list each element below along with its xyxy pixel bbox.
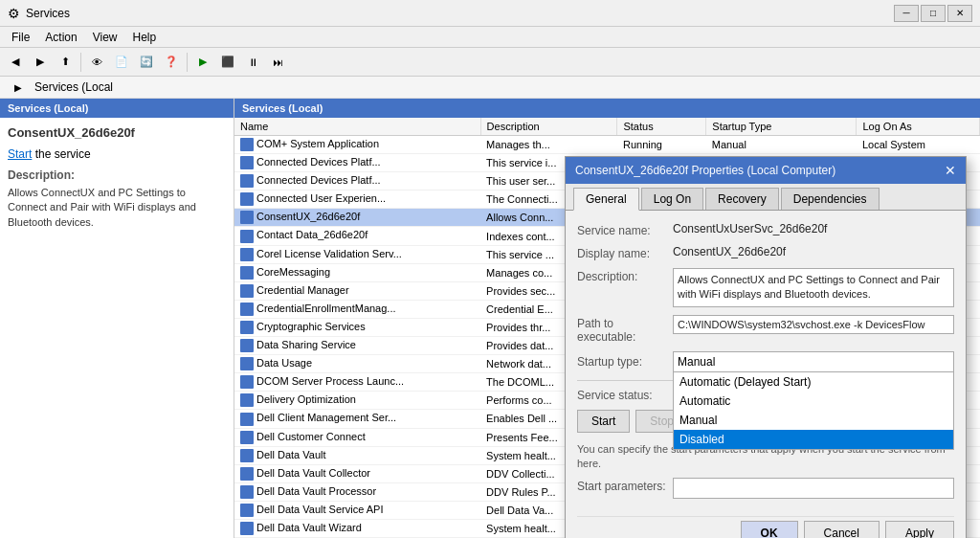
service-icon: [240, 431, 254, 444]
menu-file[interactable]: File: [4, 29, 37, 46]
service-icon: [240, 174, 254, 188]
services-panel-header: Services (Local): [234, 99, 980, 118]
col-header-startup[interactable]: Startup Type: [706, 118, 857, 136]
service-icon: [240, 485, 254, 499]
option-manual[interactable]: Manual: [674, 411, 953, 430]
display-name-row: Display name: ConsentUX_26d6e20f: [577, 245, 954, 260]
col-header-status[interactable]: Status: [617, 118, 706, 136]
start-btn[interactable]: Start: [577, 410, 630, 433]
menu-help[interactable]: Help: [125, 29, 165, 46]
display-name-label: Display name:: [577, 245, 673, 260]
col-header-logon[interactable]: Log On As: [857, 118, 980, 136]
stop-service-button[interactable]: ⬛: [216, 52, 239, 73]
startup-type-label: Startup type:: [577, 355, 673, 369]
desc-field-value: Allows ConnectUX and PC Settings to Conn…: [673, 268, 954, 307]
dialog-body: Service name: ConsentUxUserSvc_26d6e20f …: [566, 211, 966, 538]
apply-button[interactable]: Apply: [885, 521, 954, 538]
dialog-title-bar: ConsentUX_26d6e20f Properties (Local Com…: [566, 157, 966, 184]
maximize-button[interactable]: □: [921, 5, 946, 22]
description-label: Description:: [8, 168, 226, 182]
startup-type-select[interactable]: Manual: [673, 351, 954, 372]
left-panel-content: ConsentUX_26d6e20f Start the service Des…: [0, 118, 234, 538]
window-controls: ─ □ ✕: [894, 5, 972, 22]
refresh-button[interactable]: 🔄: [135, 52, 158, 73]
start-params-label: Start parameters:: [577, 478, 673, 493]
window-title: Services: [26, 7, 70, 20]
menu-bar: File Action View Help: [0, 27, 980, 48]
service-icon: [240, 284, 254, 298]
service-name-value: ConsentUxUserSvc_26d6e20f: [673, 222, 954, 235]
option-automatic[interactable]: Automatic: [674, 392, 953, 411]
breadcrumb-node: Services (Local: [29, 78, 119, 96]
dialog-close-button[interactable]: ✕: [945, 163, 956, 178]
pause-service-button[interactable]: ⏸: [241, 52, 264, 73]
path-value: C:\WINDOWS\system32\svchost.exe -k Devic…: [673, 315, 954, 334]
option-auto-delayed[interactable]: Automatic (Delayed Start): [674, 372, 953, 392]
service-icon: [240, 156, 254, 169]
startup-row: Startup type: Manual Automatic (Delayed …: [577, 351, 954, 372]
dialog-title-text: ConsentUX_26d6e20f Properties (Local Com…: [575, 164, 835, 177]
tab-logon[interactable]: Log On: [641, 188, 703, 210]
start-service-link[interactable]: Start: [8, 147, 32, 161]
main-area: Services (Local) ConsentUX_26d6e20f Star…: [0, 99, 980, 538]
path-label: Path to executable:: [577, 315, 673, 344]
service-icon: [240, 357, 254, 370]
service-icon: [240, 393, 254, 407]
col-header-desc[interactable]: Description: [480, 118, 617, 136]
tab-general[interactable]: General: [573, 188, 639, 211]
start-service-button[interactable]: ▶: [191, 52, 214, 73]
col-header-name[interactable]: Name: [234, 118, 480, 136]
tab-dependencies[interactable]: Dependencies: [781, 188, 880, 210]
properties-button[interactable]: 📄: [110, 52, 133, 73]
option-disabled[interactable]: Disabled: [674, 430, 953, 449]
service-icon: [240, 449, 254, 462]
tab-recovery[interactable]: Recovery: [705, 188, 779, 210]
forward-button[interactable]: ▶: [29, 52, 52, 73]
start-service-link-row: Start the service: [8, 147, 226, 161]
service-icon: [240, 266, 254, 280]
start-suffix: the service: [35, 147, 91, 161]
help-toolbar-button[interactable]: ❓: [160, 52, 183, 73]
cancel-button[interactable]: Cancel: [804, 521, 880, 538]
menu-view[interactable]: View: [85, 29, 125, 46]
menu-action[interactable]: Action: [37, 29, 84, 46]
app-icon: ⚙: [8, 6, 20, 21]
service-icon: [240, 211, 254, 224]
restart-service-button[interactable]: ⏭: [266, 52, 289, 73]
startup-select-wrapper: Manual Automatic (Delayed Start) Automat…: [673, 351, 954, 372]
start-params-row: Start parameters:: [577, 478, 954, 508]
properties-dialog: ConsentUX_26d6e20f Properties (Local Com…: [565, 156, 967, 538]
path-row: Path to executable: C:\WINDOWS\system32\…: [577, 315, 954, 344]
start-params-input[interactable]: [673, 478, 954, 499]
service-icon: [240, 504, 254, 517]
table-row[interactable]: COM+ System Application Manages th... Ru…: [234, 136, 980, 154]
service-icon: [240, 138, 254, 151]
service-icon: [240, 192, 254, 206]
dialog-footer-buttons: OK Cancel Apply: [577, 516, 954, 538]
selected-service-name: ConsentUX_26d6e20f: [8, 125, 226, 140]
service-icon: [240, 321, 254, 334]
service-icon: [240, 522, 254, 535]
up-button[interactable]: ⬆: [54, 52, 77, 73]
service-icon: [240, 303, 254, 316]
left-panel: Services (Local) ConsentUX_26d6e20f Star…: [0, 99, 234, 538]
desc-field-label: Description:: [577, 268, 673, 283]
title-bar: ⚙ Services ─ □ ✕: [0, 0, 980, 27]
service-name-row: Service name: ConsentUxUserSvc_26d6e20f: [577, 222, 954, 237]
show-hide-button[interactable]: 👁: [85, 52, 108, 73]
description-row: Description: Allows ConnectUX and PC Set…: [577, 268, 954, 307]
close-button[interactable]: ✕: [947, 5, 972, 22]
service-name-label: Service name:: [577, 222, 673, 237]
ok-button[interactable]: OK: [741, 521, 798, 538]
startup-dropdown-open: Automatic (Delayed Start) Automatic Manu…: [673, 372, 954, 450]
toolbar-separator-2: [187, 53, 188, 72]
back-button[interactable]: ◀: [4, 52, 27, 73]
dialog-tabs: General Log On Recovery Dependencies: [566, 184, 966, 211]
tree-expand-button[interactable]: ▶: [8, 78, 29, 96]
service-icon: [240, 413, 254, 426]
left-panel-header: Services (Local): [0, 99, 234, 118]
toolbar: ◀ ▶ ⬆ 👁 📄 🔄 ❓ ▶ ⬛ ⏸ ⏭: [0, 48, 980, 77]
minimize-button[interactable]: ─: [894, 5, 919, 22]
breadcrumb-bar: ▶ Services (Local: [0, 77, 980, 99]
toolbar-separator: [80, 53, 81, 72]
